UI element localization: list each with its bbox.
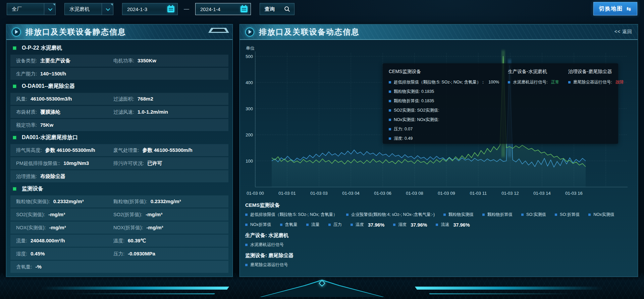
query-button[interactable]: 查询 <box>260 3 294 15</box>
field-label: 过滤风速: <box>113 109 134 115</box>
legend-item[interactable]: 磨尾除尘器运行信号 <box>245 262 288 268</box>
legend-item[interactable]: 颗粒物实测值 <box>443 212 474 218</box>
field-value: -mg/m³ <box>147 225 163 230</box>
field-label: 额定功率: <box>16 122 37 128</box>
table-row: 治理措施:布袋除尘器 <box>10 170 228 182</box>
legend-item[interactable]: 企业预警值(颗粒物:4; sOz-; NOx-;含氧气量:-) <box>346 212 435 218</box>
search-icon <box>283 5 291 13</box>
field-value: 主要生产设备 <box>40 58 70 64</box>
device-select-arrow[interactable] <box>102 3 113 15</box>
field-value: 140~150t/h <box>40 71 66 76</box>
green-square-icon <box>13 187 16 191</box>
legend-item[interactable]: 湿度37.96% <box>393 222 427 228</box>
tooltip-item: 压力: 0.07 <box>389 126 499 132</box>
blue-square-icon <box>568 81 571 83</box>
svg-text:01-03 16: 01-03 16 <box>565 191 582 196</box>
field-value: -mg/m³ <box>48 212 65 217</box>
field-label: 温度: <box>113 238 124 244</box>
legend-item[interactable]: 压力 <box>328 222 342 228</box>
legend-item-label: SO:折算值 <box>560 212 580 218</box>
legend-item[interactable]: 温度37.96% <box>351 222 384 228</box>
static-info-list: O-P-22 水泥磨机设备类型:主要生产设备电机功率:3350Kw生产能力:14… <box>6 40 232 273</box>
field-label: 废气处理量: <box>113 147 139 154</box>
static-info-header: 排放口及关联设备静态信息 <box>6 24 232 40</box>
date-from-input[interactable]: 2024-1-3 <box>122 3 178 15</box>
field: 过滤风速:1.0-1.2m/min <box>113 109 226 115</box>
play-badge-icon <box>245 27 254 37</box>
field: 布袋材质:覆膜涤纶 <box>16 109 113 115</box>
field-value: 60.39℃ <box>128 238 146 244</box>
field-label: 颗粒物(实测值): <box>16 198 50 205</box>
tooltip-item-label: SO2实测值: SO2实测值: <box>394 108 439 113</box>
date-to-input[interactable]: 2024-1-4 <box>195 3 251 15</box>
svg-text:单位: 单位 <box>246 46 255 51</box>
legend-items: 磨尾除尘器运行信号 <box>245 262 624 268</box>
green-square-icon <box>13 84 16 88</box>
legend-item-label: 流速 <box>441 222 449 228</box>
back-link[interactable]: << 返回 <box>614 29 632 35</box>
field-label: 颗粒物(折算值): <box>113 198 147 205</box>
chart-area[interactable]: 10020030040050001-03 0001-03 0101-03 030… <box>245 43 633 200</box>
field-label: NOX(折算值): <box>113 225 143 231</box>
field-label: 压力: <box>113 251 124 257</box>
top-toolbar: 全厂 水泥磨机 2024-1-3 — 2024-1-4 查询 切换地图 ⇆ <box>7 3 637 15</box>
field: NOX(实测值):-mg/m³ <box>16 225 113 231</box>
svg-text:01-03 14: 01-03 14 <box>533 191 550 196</box>
field-value: -mg/m³ <box>49 225 66 230</box>
legend-item[interactable]: NOx实测值 <box>588 212 614 218</box>
field-value: 已许可 <box>147 160 162 167</box>
blue-square-icon <box>588 214 591 216</box>
field: 治理措施:布袋除尘器 <box>16 173 113 180</box>
field: 生产能力:140~150t/h <box>16 71 113 77</box>
legend-item-label: 温度 <box>356 222 364 228</box>
legend-group-title: 监测设备: 磨尾除尘器 <box>245 252 632 259</box>
calendar-icon[interactable] <box>167 6 174 12</box>
plant-select-arrow[interactable] <box>44 3 55 15</box>
section-header: O-DA001--磨尾除尘器 <box>10 81 228 92</box>
legend-item[interactable]: 含氧量 <box>280 222 298 228</box>
switch-arrows-icon: ⇆ <box>627 6 632 12</box>
legend-item[interactable]: 水泥磨机运行信号 <box>245 242 284 248</box>
tooltip-item-value: 故障 <box>615 79 624 85</box>
calendar-icon[interactable] <box>240 6 248 12</box>
legend-item[interactable]: 超低排放限值（颗拉物:5: SOz-; NOx; 含氧量） <box>245 212 337 218</box>
svg-text:100: 100 <box>246 159 253 164</box>
field: 流量:24048.000m³/h <box>16 238 113 244</box>
field: 压力:-0.0930MPa <box>113 251 226 257</box>
table-row: 颗粒物(实测值):0.2332mg/m³颗粒物(折算值):0.2332mg/m³ <box>10 195 228 207</box>
tooltip-item-label: 水泥磨机运行信号: <box>513 79 547 85</box>
field-label: 湿度: <box>16 251 27 257</box>
corner-decor <box>111 4 113 6</box>
legend-item[interactable]: SO:折算值 <box>555 212 580 218</box>
section-title: O-P-22 水泥磨机 <box>22 45 62 52</box>
legend-item[interactable]: 流速37.96% <box>436 222 470 228</box>
field-label: NOX(实测值): <box>16 225 46 231</box>
field-label: SO2(折算值): <box>113 212 142 218</box>
tooltip-item-label: 压力: 0.07 <box>394 126 413 132</box>
svg-text:500: 500 <box>246 54 253 59</box>
blue-square-icon <box>389 137 391 140</box>
legend-item[interactable]: 颗粒物折算值 <box>482 212 513 218</box>
legend-item[interactable]: SO:实测值 <box>521 212 546 218</box>
legend-item[interactable]: 流量 <box>306 222 320 228</box>
legend-item-label: 磨尾除尘器运行信号 <box>250 262 288 268</box>
tooltip-column: CEMS监测设备超低排放限值（颗拉物:5: SOz-; NOx; 含氧量）：10… <box>389 69 499 138</box>
tooltip-item-value: 100% <box>488 80 499 84</box>
blue-square-icon <box>245 264 248 266</box>
legend-item-value: 37.96% <box>453 222 470 228</box>
device-select[interactable]: 水泥磨机 <box>64 3 113 15</box>
svg-text:01-03 08: 01-03 08 <box>406 191 423 196</box>
green-square-icon <box>13 136 16 139</box>
legend-item[interactable]: NOx折算值 <box>245 222 271 228</box>
plant-select[interactable]: 全厂 <box>7 3 56 15</box>
field-value: 75Kw <box>40 122 53 128</box>
table-row: 含氧量:-% <box>10 261 228 273</box>
table-row: NOX(实测值):-mg/m³NOX(折算值):-mg/m³ <box>10 222 228 234</box>
tooltip-item: 超低排放限值（颗拉物:5: SOz-; NOx; 含氧量）：100% <box>389 79 499 85</box>
table-row: 流量:24048.000m³/h温度:60.39℃ <box>10 235 228 247</box>
tooltip-column: 治理设备-磨尾除尘器磨尾除尘器运行信号:故障 <box>568 69 624 138</box>
legend-group: CEMS监测设备超低排放限值（颗拉物:5: SOz-; NOx; 含氧量）企业预… <box>245 202 632 228</box>
blue-square-icon <box>351 224 353 226</box>
legend-groups: CEMS监测设备超低排放限值（颗拉物:5: SOz-; NOx; 含氧量）企业预… <box>240 200 638 268</box>
switch-map-button[interactable]: 切换地图 ⇆ <box>593 2 637 15</box>
